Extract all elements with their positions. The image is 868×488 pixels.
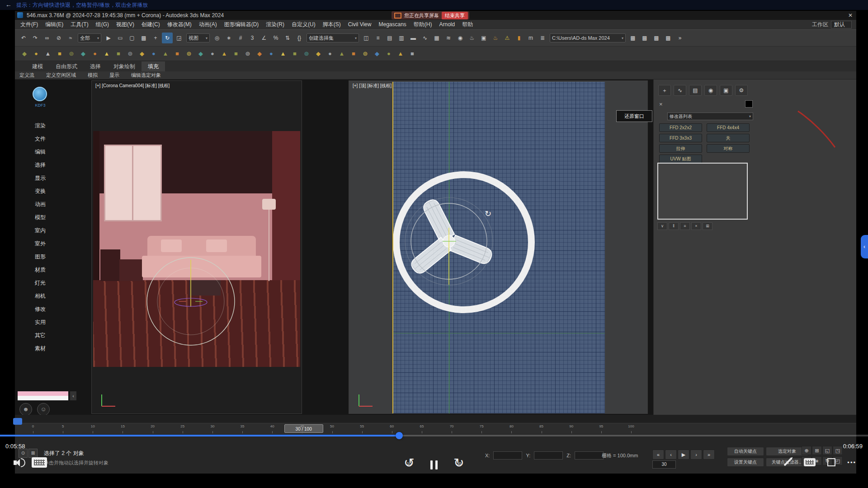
ribbon-subtab-显示[interactable]: 显示 <box>109 72 119 79</box>
render-setup-icon[interactable]: ♨ <box>467 33 477 43</box>
pin-stack-icon[interactable]: ∨ <box>657 222 667 230</box>
sidebar-item-相机[interactable]: 相机 <box>28 290 53 303</box>
layer-explorer-2-icon[interactable]: ▩ <box>639 33 650 43</box>
named-selection-sets-dropdown[interactable]: 创建选择集▾ <box>307 33 359 42</box>
modifier-button-UVW 贴图[interactable]: UVW 贴图 <box>659 155 702 163</box>
go-to-end-button[interactable]: » <box>703 450 715 460</box>
ribbon-tab-对象绘制[interactable]: 对象绘制 <box>107 61 142 71</box>
keyboard-icon-small[interactable] <box>804 458 816 466</box>
toggle-layer-explorer-icon[interactable]: ▥ <box>396 33 407 43</box>
sidebar-item-图形[interactable]: 图形 <box>28 250 53 263</box>
workspace-selector[interactable]: 工作区 默认 <box>812 20 852 29</box>
saved-scene-explorer-icon[interactable]: ▩ <box>663 33 674 43</box>
align-icon[interactable]: ≡ <box>373 33 383 43</box>
sidebar-item-变换[interactable]: 变换 <box>28 185 53 198</box>
coord-field-Z[interactable] <box>575 451 604 460</box>
ribbon-subtab-编辑选定对象[interactable]: 编辑选定对象 <box>131 72 161 79</box>
close-button[interactable]: ✕ <box>845 11 856 20</box>
percent-snap-toggle-icon[interactable]: % <box>270 33 281 43</box>
rendered-frame-window-icon[interactable]: ▣ <box>478 33 489 43</box>
coord-field-X[interactable] <box>493 451 522 460</box>
ribbon-tool-icon-21[interactable]: ◆ <box>254 48 265 59</box>
menu-item-渲染(R)[interactable]: 渲染(R) <box>262 20 288 29</box>
motion-mixer-icon[interactable]: ≋ <box>443 33 454 43</box>
ribbon-tool-icon-20[interactable]: ⊚ <box>242 48 253 59</box>
selection-filter-dropdown[interactable]: 全部▾ <box>78 33 101 42</box>
zoom-extents-button[interactable]: ◱ <box>822 446 832 455</box>
menu-item-帮助(H)[interactable]: 帮助(H) <box>410 20 436 29</box>
menu-item-Civil View[interactable]: Civil View <box>344 20 375 29</box>
modifier-button-FFD 2x2x2[interactable]: FFD 2x2x2 <box>659 123 702 132</box>
select-and-scale-icon[interactable]: ◲ <box>174 33 184 43</box>
sidebar-item-室外[interactable]: 室外 <box>28 237 53 250</box>
ribbon-tab-自由形式[interactable]: 自由形式 <box>49 61 84 71</box>
video-progress-bar[interactable] <box>0 435 868 436</box>
ribbon-tool-icon-1[interactable]: ◆ <box>19 48 30 59</box>
keyboard-shortcuts-button[interactable] <box>32 457 47 468</box>
camera-viewport-label[interactable]: [+] [Corona Camera004] [标准] [线框] <box>95 83 170 89</box>
tri-arm-object[interactable] <box>377 169 521 314</box>
menu-item-文件(F)[interactable]: 文件(F) <box>17 20 42 29</box>
menu-item-创建(C)[interactable]: 创建(C) <box>138 20 164 29</box>
listener-script-row[interactable] <box>18 396 68 400</box>
ribbon-subtab-定义空闲区域[interactable]: 定义空闲区域 <box>46 72 76 79</box>
top-viewport[interactable]: [+] [顶] [标准] [线框] <box>349 80 648 414</box>
ribbon-tab-建模[interactable]: 建模 <box>26 61 49 71</box>
sidebar-item-编辑[interactable]: 编辑 <box>28 145 53 159</box>
ribbon-tool-icon-3[interactable]: ▲ <box>42 48 53 59</box>
panel-tab-motion[interactable]: ◉ <box>704 85 717 96</box>
ribbon-tool-icon-6[interactable]: ◆ <box>78 48 89 59</box>
object-name-field[interactable] <box>667 102 740 109</box>
menu-item-组(G)[interactable]: 组(G) <box>92 20 113 29</box>
go-to-start-button[interactable]: « <box>652 450 664 460</box>
menu-item-帮助[interactable]: 帮助 <box>458 20 476 29</box>
rewind-10-button[interactable]: ↺ 10 <box>401 455 417 471</box>
ribbon-tool-icon-11[interactable]: ◆ <box>137 48 147 59</box>
doc-icon-icon[interactable]: ≣ <box>537 33 548 43</box>
ribbon-tab-填充[interactable]: 填充 <box>142 61 165 71</box>
toggle-ribbon-icon[interactable]: ▬ <box>408 33 419 43</box>
camera-viewport[interactable]: [+] [Corona Camera004] [标准] [线框] <box>91 80 302 414</box>
sidebar-item-渲染[interactable]: 渲染 <box>28 119 53 132</box>
listener-collapse-button[interactable]: ‹ <box>70 391 76 400</box>
rotate-gizmo[interactable] <box>141 252 241 351</box>
select-by-name-icon[interactable]: ▭ <box>115 33 126 43</box>
ribbon-tool-icon-30[interactable]: ⊚ <box>360 48 371 59</box>
render-capsule-icon[interactable]: ▮ <box>514 33 524 43</box>
ribbon-tool-icon-12[interactable]: ● <box>148 48 159 59</box>
modifier-stack-list[interactable] <box>657 163 748 220</box>
exit-fullscreen-icon[interactable] <box>827 458 835 466</box>
ribbon-tool-icon-19[interactable]: ■ <box>231 48 241 59</box>
zoom-all-button[interactable]: ⊞ <box>812 446 822 455</box>
timeline-ruler[interactable]: 30 / 100 0510152025303540455055606570758… <box>33 423 631 434</box>
player-float-widget[interactable] <box>13 418 22 425</box>
rectangular-selection-region-icon[interactable]: ▢ <box>127 33 137 43</box>
next-frame-button[interactable]: › <box>690 450 702 460</box>
ribbon-tool-icon-18[interactable]: ▲ <box>219 48 230 59</box>
ribbon-tool-icon-14[interactable]: ■ <box>172 48 183 59</box>
use-pivot-point-center-icon[interactable]: ◎ <box>212 33 222 43</box>
toggle-scene-explorer-icon[interactable]: ▤ <box>384 33 395 43</box>
menu-item-视图(V)[interactable]: 视图(V) <box>113 20 138 29</box>
ribbon-tool-icon-15[interactable]: ⊚ <box>184 48 194 59</box>
modifier-list-dropdown[interactable]: 修改器列表 ▾ <box>667 113 753 120</box>
zoom-button[interactable]: ⊕ <box>802 446 811 455</box>
selection-lock-toggle[interactable]: ⊠ <box>28 449 38 458</box>
menu-item-工具(T)[interactable]: 工具(T) <box>67 20 92 29</box>
remove-modifier-icon[interactable]: × <box>691 222 701 230</box>
play-button[interactable]: ▶ <box>678 450 689 460</box>
object-color-swatch[interactable] <box>745 100 753 108</box>
dope-sheet-icon[interactable]: ▦ <box>431 33 442 43</box>
show-end-result-icon[interactable]: ‖ <box>669 222 679 230</box>
sidebar-item-显示[interactable]: 显示 <box>28 172 53 185</box>
redo-icon[interactable]: ↷ <box>30 33 41 43</box>
timeline-track-bar[interactable]: 30 / 100 0510152025303540455055606570758… <box>15 423 856 435</box>
ribbon-tool-icon-26[interactable]: ◆ <box>313 48 324 59</box>
previous-frame-button[interactable]: ‹ <box>665 450 677 460</box>
back-icon[interactable]: ← <box>5 1 12 8</box>
side-panel-toggle[interactable]: ‹ <box>861 235 868 258</box>
make-unique-icon[interactable]: ≡ <box>680 222 690 230</box>
ribbon-tool-icon-31[interactable]: ◆ <box>372 48 382 59</box>
snaps-toggle-icon[interactable]: 3 <box>247 33 258 43</box>
ribbon-tool-icon-32[interactable]: ● <box>383 48 394 59</box>
